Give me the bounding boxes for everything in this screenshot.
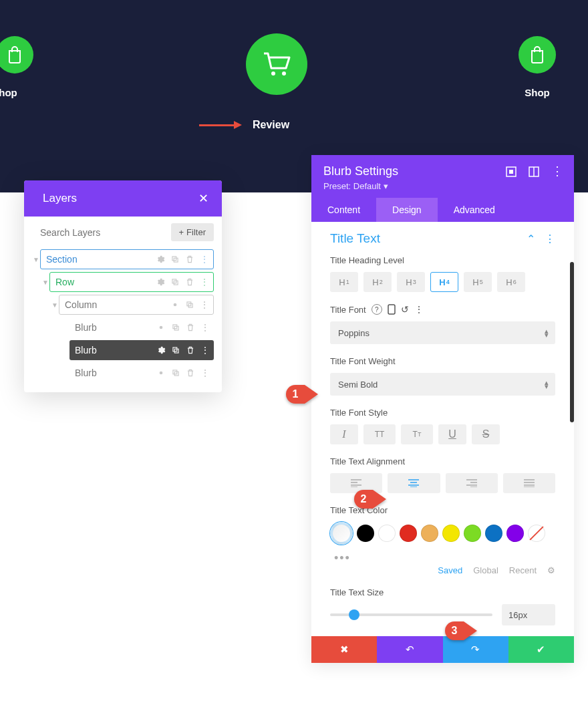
undo-button[interactable]: ↶ (377, 636, 442, 663)
duplicate-icon[interactable] (184, 299, 196, 311)
color-swatch-red[interactable] (400, 525, 417, 542)
heading-h2[interactable]: H2 (363, 272, 392, 292)
gear-icon[interactable] (154, 276, 166, 288)
expand-icon[interactable] (506, 166, 517, 177)
chevron-up-icon[interactable]: ⌃ (527, 233, 535, 245)
dots-icon[interactable]: ⋮ (198, 253, 210, 265)
tree-label: Section (46, 254, 78, 265)
duplicate-icon[interactable] (169, 253, 181, 265)
tree-item-row[interactable]: ▼ Row ⋮ (41, 271, 214, 293)
color-tab-global[interactable]: Global (473, 565, 498, 575)
heading-h3[interactable]: H3 (397, 272, 425, 292)
heading-h4[interactable]: H4 (430, 272, 458, 292)
duplicate-icon[interactable] (169, 276, 181, 288)
heading-level-group: H1 H2 H3 H4 H5 H6 (330, 272, 555, 292)
gear-icon[interactable] (155, 344, 167, 356)
align-center-button[interactable] (388, 473, 440, 493)
duplicate-icon[interactable] (170, 344, 182, 356)
size-slider[interactable] (330, 613, 492, 616)
color-swatch-orange[interactable] (421, 525, 438, 542)
plus-icon: + (179, 227, 184, 237)
save-button[interactable]: ✔ (508, 636, 574, 663)
caret-icon[interactable]: ▼ (51, 301, 59, 309)
trash-icon[interactable] (184, 367, 196, 379)
color-swatch-none[interactable] (528, 525, 545, 542)
more-dots-icon[interactable]: ••• (330, 551, 555, 565)
dots-icon[interactable]: ⋮ (199, 344, 211, 356)
size-control: 16px (330, 604, 555, 625)
gear-icon[interactable] (155, 367, 167, 379)
duplicate-icon[interactable] (170, 321, 182, 333)
phone-icon[interactable] (388, 304, 396, 315)
caret-icon[interactable]: ▼ (41, 279, 49, 286)
trash-icon[interactable] (184, 344, 196, 356)
cancel-button[interactable]: ✖ (311, 636, 377, 663)
grid-icon[interactable] (529, 166, 539, 177)
tab-advanced[interactable]: Advanced (438, 198, 511, 222)
tree-item-column[interactable]: ▼ Column ⋮ (51, 293, 214, 316)
dots-icon[interactable]: ⋮ (198, 299, 210, 311)
help-icon[interactable]: ? (372, 304, 382, 315)
settings-tabs: Content Design Advanced (311, 198, 574, 222)
gear-icon[interactable]: ⚙ (547, 565, 555, 575)
close-icon[interactable]: ✕ (198, 191, 208, 206)
gear-icon[interactable] (169, 299, 181, 311)
layers-panel: Layers ✕ +Filter ▼ Section ⋮ ▼ Row (24, 180, 222, 392)
tree-item-blurb[interactable]: Blurb ⋮ (69, 362, 214, 384)
color-swatch-purple[interactable] (506, 525, 524, 542)
section-title[interactable]: Title Text (330, 231, 380, 246)
dots-icon[interactable]: ⋮ (551, 166, 562, 177)
tab-content[interactable]: Content (311, 198, 376, 222)
slider-thumb[interactable] (349, 609, 359, 620)
font-select[interactable]: Poppins ▴▾ (330, 321, 555, 344)
uppercase-button[interactable]: TT (363, 424, 396, 444)
scrollbar[interactable] (570, 262, 574, 422)
gear-icon[interactable] (154, 253, 166, 265)
smallcaps-button[interactable]: TT (401, 424, 433, 444)
heading-h5[interactable]: H5 (464, 272, 492, 292)
trash-icon[interactable] (184, 276, 196, 288)
tree-item-blurb[interactable]: Blurb ⋮ (69, 316, 214, 339)
color-swatch-blue[interactable] (485, 525, 502, 542)
size-value-input[interactable]: 16px (502, 604, 555, 625)
trash-icon[interactable] (184, 321, 196, 333)
tab-design[interactable]: Design (376, 198, 438, 222)
dots-icon[interactable]: ⋮ (414, 304, 424, 315)
color-swatch-white[interactable] (378, 525, 396, 542)
reset-icon[interactable]: ↺ (401, 304, 409, 315)
gear-icon[interactable] (155, 321, 167, 333)
italic-button[interactable]: I (330, 424, 358, 444)
color-swatch-yellow[interactable] (442, 525, 460, 542)
color-tab-recent[interactable]: Recent (509, 565, 537, 575)
heading-h1[interactable]: H1 (330, 272, 358, 292)
dots-icon[interactable]: ⋮ (199, 367, 211, 379)
dots-icon[interactable]: ⋮ (198, 276, 210, 288)
caret-icon[interactable]: ▼ (32, 256, 40, 263)
trash-icon[interactable] (184, 253, 196, 265)
font-weight-select[interactable]: Semi Bold ▴▾ (330, 373, 555, 396)
font-style-group: I TT TT U S (330, 424, 555, 444)
label-size: Title Text Size (330, 587, 555, 597)
redo-button[interactable]: ↷ (443, 636, 508, 663)
heading-h6[interactable]: H6 (497, 272, 525, 292)
settings-title: Blurb Settings (323, 164, 398, 178)
color-tab-saved[interactable]: Saved (438, 565, 462, 575)
preset-selector[interactable]: Preset: Default▾ (323, 181, 562, 191)
align-right-button[interactable] (446, 473, 498, 493)
underline-button[interactable]: U (438, 424, 466, 444)
color-swatch-green[interactable] (464, 525, 481, 542)
dots-icon[interactable]: ⋮ (545, 233, 555, 245)
duplicate-icon[interactable] (170, 367, 182, 379)
settings-panel: Blurb Settings ⋮ Preset: Default▾ Conten… (311, 155, 574, 663)
tree-item-section[interactable]: ▼ Section ⋮ (32, 248, 214, 271)
chevron-down-icon: ▾ (384, 181, 388, 191)
filter-button[interactable]: +Filter (171, 223, 214, 241)
tree-item-blurb-active[interactable]: Blurb ⋮ (69, 339, 214, 362)
strikethrough-button[interactable]: S (472, 424, 500, 444)
dots-icon[interactable]: ⋮ (199, 321, 211, 333)
svg-point-1 (282, 72, 286, 76)
layers-search-input[interactable] (40, 227, 171, 238)
color-swatch-current[interactable] (330, 522, 353, 545)
align-justify-button[interactable] (503, 473, 555, 493)
color-swatch-black[interactable] (357, 525, 374, 542)
